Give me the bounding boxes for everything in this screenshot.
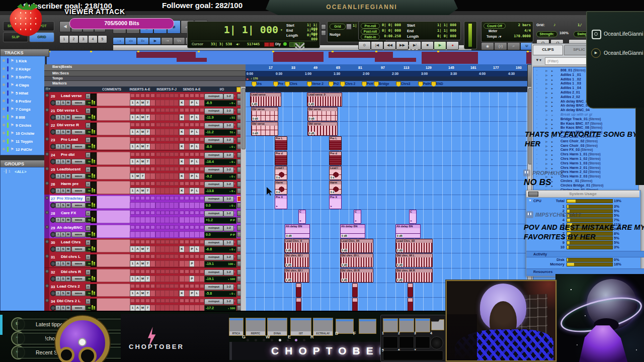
track-util-button[interactable] xyxy=(237,284,240,290)
io-expand-icon[interactable]: ↕ xyxy=(234,255,235,258)
insert-slot-fj[interactable] xyxy=(156,284,160,288)
track-name-box[interactable]: 22Dbl verse R xyxy=(50,122,85,128)
track-dropdown-icon[interactable]: ▾ xyxy=(86,299,91,304)
input-selector[interactable]: noinput xyxy=(204,137,223,143)
insert-slot-fj[interactable] xyxy=(165,137,170,141)
panel-divider-button[interactable] xyxy=(321,24,326,30)
send-slot[interactable] xyxy=(185,108,189,112)
send-slot[interactable] xyxy=(200,211,204,215)
ffwd-button[interactable]: ▶▶ xyxy=(396,41,409,50)
edit-mini-button[interactable]: +|+ xyxy=(125,37,137,45)
comments-box[interactable] xyxy=(97,93,130,106)
rewind-button[interactable]: ◀◀ xyxy=(383,41,396,50)
io-expand-icon[interactable]: ↕ xyxy=(234,285,235,288)
audio-clip[interactable]: Ah delay BN0 dB xyxy=(340,224,365,238)
track-dropdown-icon[interactable]: ▾ xyxy=(86,108,91,114)
insert-slot-fj[interactable] xyxy=(174,260,179,267)
insert-slot[interactable] xyxy=(140,284,145,288)
insert-slot-fj[interactable] xyxy=(170,196,174,200)
ism-m-button[interactable]: M xyxy=(65,203,71,208)
insert-slot[interactable] xyxy=(140,108,145,112)
record-arm-icon[interactable] xyxy=(45,167,49,170)
insert-slot[interactable] xyxy=(130,225,135,229)
record-arm-icon[interactable] xyxy=(45,225,49,229)
send-slot[interactable] xyxy=(200,108,204,112)
send-slot[interactable] xyxy=(180,284,184,288)
track-dropdown-icon[interactable]: ▾ xyxy=(86,269,91,275)
output-selector[interactable]: 1-2 xyxy=(223,108,234,114)
send-slot[interactable] xyxy=(190,167,194,171)
audio-clip[interactable]: C▸ xyxy=(298,210,306,224)
record-arm-icon[interactable] xyxy=(45,269,49,273)
record-arm-icon[interactable] xyxy=(45,108,49,112)
io-expand-icon[interactable]: ↕ xyxy=(234,167,235,170)
track-util-button[interactable] xyxy=(237,299,240,304)
clip-list-item[interactable]: ◦⊳▸Chrs Harm 1_01 (Stereo) xyxy=(534,152,638,157)
tempo-ruler[interactable]: ▶ ♪ 170 xyxy=(246,76,527,81)
record-arm-icon[interactable] xyxy=(45,211,49,214)
insert-slot-fj[interactable] xyxy=(174,254,179,258)
insert-slot-fj[interactable] xyxy=(170,225,174,229)
insert-slot[interactable] xyxy=(145,167,150,171)
audio-clip[interactable]: Lead l0 d xyxy=(275,166,287,180)
insert-slot-fj[interactable] xyxy=(165,152,170,156)
insert-slot[interactable] xyxy=(150,123,155,127)
send-slot[interactable] xyxy=(195,123,199,127)
insert-slot-fj[interactable] xyxy=(160,123,165,127)
volume-display[interactable]: -6.8› 0 ‹ xyxy=(204,246,236,253)
plugin-window-thumb[interactable]: RTICA xyxy=(229,318,244,336)
insert-slot-fj[interactable] xyxy=(165,94,170,98)
insert-slot[interactable] xyxy=(150,284,155,288)
track-name-box[interactable]: 21Dbl verse L xyxy=(50,108,85,114)
volume-display[interactable]: 0.0P P xyxy=(204,232,236,238)
wave-view-button[interactable]: wave xyxy=(71,217,86,223)
send-slot[interactable] xyxy=(200,254,204,258)
sidebar-track-item[interactable]: ⚑4 Claps xyxy=(2,81,44,89)
comments-box[interactable] xyxy=(97,298,130,311)
input-selector[interactable]: noinput xyxy=(204,211,223,217)
wave-view-button[interactable]: wave xyxy=(71,305,86,311)
track-row-28[interactable]: 28Care FX▾ISMwavereadnoinput1-2↕+1.2P P xyxy=(44,209,240,224)
insert-slot-fj[interactable] xyxy=(156,240,160,244)
input-selector[interactable]: noinput xyxy=(204,254,223,260)
output-selector[interactable]: 1-2 xyxy=(223,211,234,217)
send-slot[interactable] xyxy=(180,196,184,200)
volume-display[interactable]: -11.251 › xyxy=(204,129,236,136)
insert-slot-fj[interactable] xyxy=(165,196,170,200)
send-slot[interactable] xyxy=(195,137,199,141)
track-name-box[interactable]: 25Leadbluesnt xyxy=(50,166,85,172)
track-util-button[interactable] xyxy=(237,159,240,164)
insert-slot-5[interactable] xyxy=(150,158,155,165)
markers-ruler[interactable]: VrsPreChrsVerse 2Pr2Chrs 2PxHBridgeChrs3… xyxy=(246,81,527,86)
insert-slot-fj[interactable] xyxy=(165,240,170,244)
output-selector[interactable]: 1-2 xyxy=(223,182,234,188)
record-button[interactable]: ● xyxy=(446,41,459,50)
window-close-button[interactable] xyxy=(528,192,538,197)
insert-slot-fj[interactable] xyxy=(160,152,165,156)
ism-m-button[interactable]: M xyxy=(65,217,71,223)
send-slot[interactable] xyxy=(195,108,199,112)
insert-slot[interactable] xyxy=(130,167,135,171)
audio-clip[interactable]: Dbl chrs_05 R0 dB xyxy=(340,268,373,283)
insert-slot-fj[interactable] xyxy=(160,284,165,288)
insert-slot[interactable] xyxy=(130,152,135,156)
send-slot[interactable] xyxy=(200,167,204,171)
insert-slot-5[interactable] xyxy=(150,114,155,121)
io-expand-icon[interactable]: ↕ xyxy=(234,138,235,141)
count-off-label[interactable]: Count Off xyxy=(484,23,506,29)
send-slot[interactable] xyxy=(185,254,189,258)
audio-clip[interactable]: Dbl verse_0 dB xyxy=(251,122,278,136)
insert-slot-fj[interactable] xyxy=(170,299,174,303)
send-slot[interactable] xyxy=(180,299,184,303)
groups-list[interactable]: <ALL> ◦ ▎1 xyxy=(0,167,45,312)
track-name-box[interactable]: 26Harm pre xyxy=(50,181,85,187)
input-selector[interactable]: noinput xyxy=(204,284,223,290)
insert-slot[interactable] xyxy=(150,182,155,186)
track-util-button[interactable] xyxy=(237,232,240,237)
insert-slot-fj[interactable] xyxy=(160,108,165,112)
clip-list-item[interactable]: ◦⊳▸Chrs Harm 1_03 (Stereo) xyxy=(534,161,638,166)
comments-box[interactable] xyxy=(97,152,130,165)
input-selector[interactable]: noinput xyxy=(204,240,223,246)
input-selector[interactable]: noinput xyxy=(204,269,223,276)
insert-slot-fj[interactable] xyxy=(174,123,179,127)
